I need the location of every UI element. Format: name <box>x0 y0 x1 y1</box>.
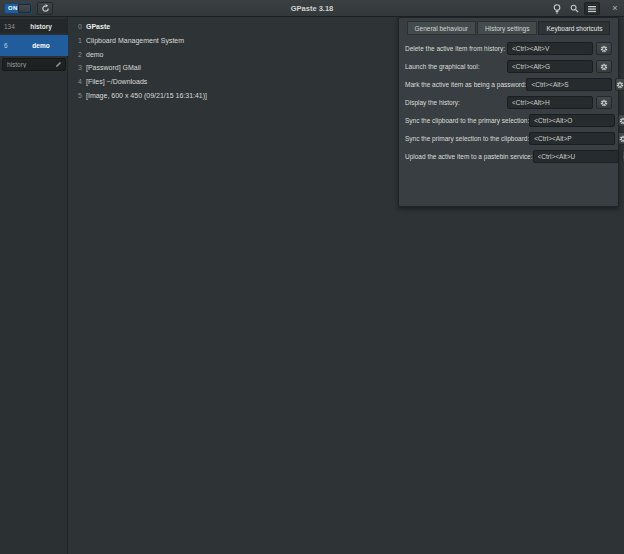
gear-icon <box>600 63 608 71</box>
shortcut-label: Display the history: <box>405 99 507 106</box>
item-text: GPaste <box>86 23 110 30</box>
search-button[interactable] <box>567 2 581 15</box>
keyboard-shortcuts-list: Delete the active item from history: Lau… <box>399 42 618 163</box>
history-name: demo <box>18 42 68 49</box>
switch-on-label: ON <box>8 5 18 11</box>
history-sidebar: 134 history 6 demo <box>0 17 68 554</box>
item-index: 0 <box>76 23 82 30</box>
tab-keyboard-shortcuts[interactable]: Keyboard shortcuts <box>538 21 610 35</box>
shortcut-settings-button[interactable] <box>615 78 624 91</box>
item-text: demo <box>86 51 104 58</box>
shortcut-input[interactable] <box>507 96 593 109</box>
shortcut-settings-button[interactable] <box>596 42 612 55</box>
shortcut-row: Upload the active item to a pastebin ser… <box>405 150 612 163</box>
gear-icon <box>600 45 608 53</box>
menu-icon <box>588 5 596 13</box>
shortcut-input[interactable] <box>526 78 612 91</box>
shortcut-row: Display the history: <box>405 96 612 109</box>
item-text: [Image, 600 x 450 (09/21/15 16:31:41)] <box>86 92 207 99</box>
gear-icon <box>600 99 608 107</box>
shortcut-label: Launch the graphical tool: <box>405 63 507 70</box>
shortcut-input[interactable] <box>529 114 615 127</box>
header-bar: ON GPaste 3.18 <box>0 0 624 17</box>
gear-icon <box>616 81 624 89</box>
menu-button[interactable] <box>584 2 600 15</box>
about-button[interactable] <box>550 2 564 15</box>
refresh-button[interactable] <box>37 2 53 15</box>
settings-panel: General behaviour History settings Keybo… <box>398 17 619 207</box>
item-index: 5 <box>76 92 82 99</box>
item-index: 3 <box>76 64 82 71</box>
new-history-entry[interactable] <box>2 58 66 71</box>
item-index: 1 <box>76 37 82 44</box>
item-index: 4 <box>76 78 82 85</box>
shortcut-row: Sync the primary selection to the clipbo… <box>405 132 612 145</box>
shortcut-label: Upload the active item to a pastebin ser… <box>405 153 533 160</box>
item-index: 2 <box>76 51 82 58</box>
switch-handle[interactable] <box>18 4 31 13</box>
edit-icon[interactable] <box>55 61 62 68</box>
shortcut-input[interactable] <box>507 42 593 55</box>
new-history-input[interactable] <box>3 61 55 68</box>
history-count: 6 <box>0 42 18 49</box>
item-text: Clipboard Management System <box>86 37 184 44</box>
shortcut-row: Delete the active item from history: <box>405 42 612 55</box>
shortcut-row: Launch the graphical tool: <box>405 60 612 73</box>
shortcut-row: Mark the active item as being a password… <box>405 78 612 91</box>
search-icon <box>570 4 579 13</box>
close-window-button[interactable]: × <box>609 2 621 15</box>
settings-tabs: General behaviour History settings Keybo… <box>399 21 618 35</box>
shortcut-input[interactable] <box>529 132 615 145</box>
lightbulb-icon <box>553 4 561 14</box>
shortcut-label: Delete the active item from history: <box>405 45 507 52</box>
sidebar-item-history[interactable]: 134 history <box>0 19 68 33</box>
item-text: [Password] GMail <box>86 64 141 71</box>
shortcut-label: Mark the active item as being a password… <box>405 81 526 88</box>
shortcut-row: Sync the clipboard to the primary select… <box>405 114 612 127</box>
refresh-icon <box>41 4 50 13</box>
shortcut-settings-button[interactable] <box>618 132 624 145</box>
tab-history-settings[interactable]: History settings <box>477 21 537 35</box>
shortcut-label: Sync the primary selection to the clipbo… <box>405 135 529 142</box>
history-count: 134 <box>0 23 18 30</box>
item-text: [Files] ~/Downloads <box>86 78 147 85</box>
sidebar-item-demo[interactable]: 6 demo <box>0 35 68 56</box>
window-title: GPaste 3.18 <box>0 0 624 17</box>
close-icon: × <box>612 4 617 13</box>
gear-icon <box>619 117 624 125</box>
shortcut-label: Sync the clipboard to the primary select… <box>405 117 529 124</box>
shortcut-settings-button[interactable] <box>596 60 612 73</box>
shortcut-input[interactable] <box>507 60 593 73</box>
shortcut-settings-button[interactable] <box>618 114 624 127</box>
gear-icon <box>619 135 624 143</box>
history-name: history <box>18 23 68 30</box>
shortcut-settings-button[interactable] <box>596 96 612 109</box>
gpaste-on-switch[interactable]: ON <box>4 3 32 14</box>
header-actions: × <box>550 2 621 15</box>
shortcut-input[interactable] <box>533 150 619 163</box>
tab-general-behaviour[interactable]: General behaviour <box>407 21 476 35</box>
